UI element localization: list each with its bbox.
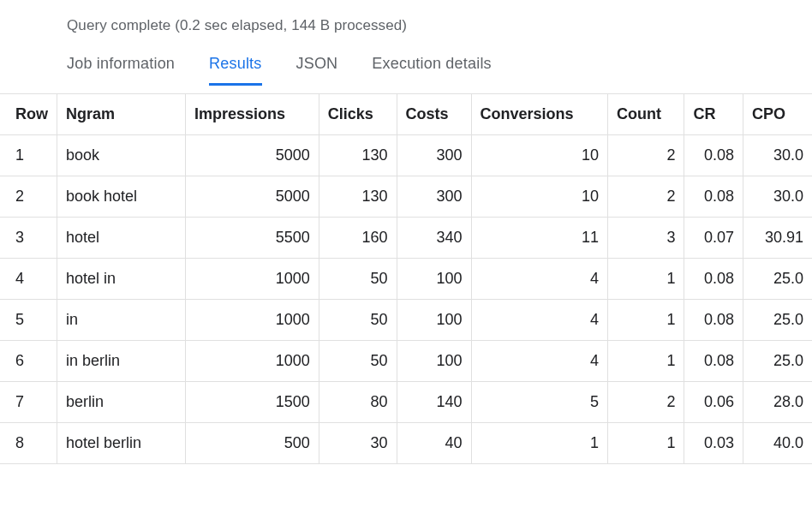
cell: 1 [607,341,684,382]
cell: 30.0 [743,135,812,176]
cell: 0.07 [684,218,743,259]
cell: 0.08 [684,300,743,341]
cell: book hotel [57,176,186,218]
cell: 2 [607,135,684,176]
cell: 1 [607,259,684,300]
cell: 5500 [186,218,319,259]
cell: 30.91 [743,218,812,259]
cell: 25.0 [743,341,812,382]
cell: 80 [319,382,397,423]
tab-results[interactable]: Results [209,50,261,86]
cell: 130 [319,176,397,218]
cell: hotel berlin [57,423,186,464]
cell: 2 [607,382,684,423]
cell: 4 [471,259,607,300]
cell: 2 [0,176,57,218]
cell: 8 [0,423,57,464]
cell: 50 [319,259,397,300]
cell: 100 [397,341,471,382]
cell: 5 [471,382,607,423]
cell: 0.06 [684,382,743,423]
col-header-ngram: Ngram [57,94,186,135]
cell: 3 [0,218,57,259]
cell: 30 [319,423,397,464]
cell: 7 [0,382,57,423]
tab-json[interactable]: JSON [296,50,338,86]
cell: 1 [607,300,684,341]
cell: 4 [471,300,607,341]
cell: 340 [397,218,471,259]
table-row: 1book50001303001020.0830.0 [0,135,812,176]
col-header-cr: CR [684,94,743,135]
tab-job-information[interactable]: Job information [67,50,175,86]
cell: berlin [57,382,186,423]
cell: 11 [471,218,607,259]
cell: 50 [319,300,397,341]
cell: 40 [397,423,471,464]
col-header-impressions: Impressions [186,94,319,135]
cell: 10 [471,135,607,176]
cell: 1500 [186,382,319,423]
cell: 1 [471,423,607,464]
cell: 1000 [186,341,319,382]
col-header-costs: Costs [397,94,471,135]
cell: 300 [397,135,471,176]
cell: 50 [319,341,397,382]
query-status: Query complete (0.2 sec elapsed, 144 B p… [0,0,812,50]
table-row: 8hotel berlin5003040110.0340.0 [0,423,812,464]
col-header-cpo: CPO [743,94,812,135]
cell: 4 [0,259,57,300]
cell: 0.08 [684,341,743,382]
cell: 100 [397,300,471,341]
table-row: 4hotel in100050100410.0825.0 [0,259,812,300]
cell: 1000 [186,259,319,300]
cell: 500 [186,423,319,464]
cell: 3 [607,218,684,259]
cell: in berlin [57,341,186,382]
table-row: 6in berlin100050100410.0825.0 [0,341,812,382]
cell: 5000 [186,135,319,176]
result-tabs: Job informationResultsJSONExecution deta… [0,50,812,85]
cell: 4 [471,341,607,382]
cell: in [57,300,186,341]
table-row: 3hotel55001603401130.0730.91 [0,218,812,259]
cell: 0.08 [684,176,743,218]
cell: 30.0 [743,176,812,218]
col-header-conversions: Conversions [471,94,607,135]
table-row: 5in100050100410.0825.0 [0,300,812,341]
col-header-row: Row [0,94,57,135]
cell: 0.03 [684,423,743,464]
table-row: 7berlin150080140520.0628.0 [0,382,812,423]
cell: 1000 [186,300,319,341]
cell: 2 [607,176,684,218]
cell: 5000 [186,176,319,218]
cell: 1 [607,423,684,464]
table-row: 2book hotel50001303001020.0830.0 [0,176,812,218]
cell: 5 [0,300,57,341]
cell: 10 [471,176,607,218]
cell: 0.08 [684,259,743,300]
cell: 140 [397,382,471,423]
col-header-clicks: Clicks [319,94,397,135]
cell: 130 [319,135,397,176]
cell: 40.0 [743,423,812,464]
cell: 100 [397,259,471,300]
cell: 6 [0,341,57,382]
cell: hotel [57,218,186,259]
cell: 300 [397,176,471,218]
cell: 28.0 [743,382,812,423]
cell: 160 [319,218,397,259]
cell: book [57,135,186,176]
tab-execution-details[interactable]: Execution details [372,50,491,86]
cell: 1 [0,135,57,176]
cell: hotel in [57,259,186,300]
cell: 25.0 [743,259,812,300]
cell: 0.08 [684,135,743,176]
results-table: RowNgramImpressionsClicksCostsConversion… [0,93,812,464]
col-header-count: Count [607,94,684,135]
cell: 25.0 [743,300,812,341]
